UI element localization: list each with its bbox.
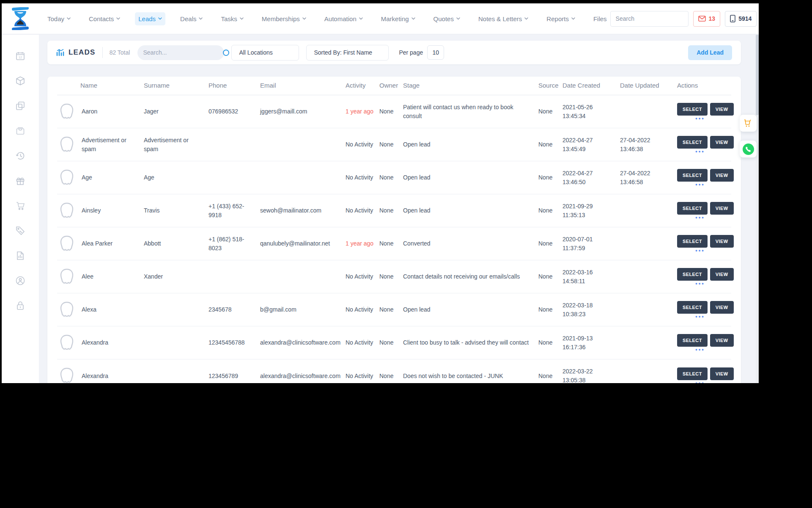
lead-activity: No Activity (346, 173, 379, 182)
lead-email: alexandra@clinicsoftware.com (260, 372, 346, 381)
col-header-email: Email (260, 81, 346, 91)
sidebar-account-icon[interactable] (15, 276, 25, 286)
view-button[interactable]: VIEW (710, 367, 734, 380)
nav-deals[interactable]: Deals (177, 12, 206, 25)
select-button[interactable]: SELECT (677, 202, 708, 215)
sort-filter-label: Sorted By: First Name (314, 49, 372, 56)
scrollbar[interactable] (756, 3, 759, 383)
global-search-input[interactable] (611, 15, 689, 22)
table-row: Age Age No Activity None Open lead None … (57, 161, 731, 194)
location-filter[interactable]: All Locations (231, 45, 299, 61)
lead-name[interactable]: Alexa (82, 305, 96, 314)
nav-memberships[interactable]: Memberships (258, 12, 310, 25)
calls-badge[interactable]: 5914 (725, 11, 757, 27)
lead-activity: No Activity (346, 140, 379, 149)
more-actions-button[interactable]: ••• (677, 348, 723, 351)
lead-source: None (538, 338, 562, 347)
lead-avatar (57, 267, 77, 287)
nav-marketing[interactable]: Marketing (378, 12, 419, 25)
view-button[interactable]: VIEW (710, 334, 734, 347)
leads-search-input[interactable] (143, 49, 219, 56)
select-button[interactable]: SELECT (677, 334, 708, 347)
sidebar-package-icon[interactable] (15, 76, 25, 86)
nav-reports[interactable]: Reports (543, 12, 579, 25)
lead-name[interactable]: Advertisement or spam (82, 136, 139, 154)
nav-files-label: Files (593, 15, 607, 22)
more-actions-button[interactable]: ••• (677, 315, 723, 318)
select-button[interactable]: SELECT (677, 235, 708, 248)
view-button[interactable]: VIEW (710, 301, 734, 314)
sidebar-history-icon[interactable] (15, 151, 25, 161)
more-actions-button[interactable]: ••• (677, 381, 723, 384)
lead-name[interactable]: Ainsley (82, 206, 101, 215)
view-button[interactable]: VIEW (710, 169, 734, 182)
sidebar-report-icon[interactable] (15, 251, 25, 261)
sidebar-copy-icon[interactable] (15, 101, 25, 111)
lead-email: alexandra@clinicsoftware.com (260, 338, 346, 347)
sidebar-cart-icon[interactable] (15, 201, 25, 211)
floating-whatsapp-button[interactable] (740, 141, 757, 157)
sidebar-gift-icon[interactable] (15, 176, 25, 186)
table-row: Alee Xander No Activity None Contact det… (57, 260, 731, 293)
lead-name[interactable]: Alexandra (82, 372, 108, 381)
more-actions-button[interactable]: ••• (677, 183, 723, 186)
select-button[interactable]: SELECT (677, 301, 708, 314)
floating-cart-button[interactable] (740, 115, 757, 132)
lead-surname: Advertisement or spam (144, 136, 208, 154)
col-header-actions: Actions (677, 81, 731, 91)
lead-name[interactable]: Alee (82, 272, 93, 281)
global-search (610, 11, 689, 27)
lead-name[interactable]: Alea Parker (82, 239, 112, 248)
nav-files[interactable]: Files (590, 12, 610, 25)
view-button[interactable]: VIEW (710, 136, 734, 149)
select-button[interactable]: SELECT (677, 103, 708, 116)
lead-activity: No Activity (346, 206, 379, 215)
add-lead-button[interactable]: Add Lead (688, 45, 732, 60)
nav-leads[interactable]: Leads (135, 12, 165, 25)
nav-automation[interactable]: Automation (321, 12, 366, 25)
nav-quotes[interactable]: Quotes (430, 12, 464, 25)
select-button[interactable]: SELECT (677, 367, 708, 380)
sidebar-price-tag-icon[interactable] (15, 226, 25, 236)
select-button[interactable]: SELECT (677, 268, 708, 281)
more-actions-button[interactable]: ••• (677, 249, 723, 252)
more-actions-button[interactable]: ••• (677, 150, 723, 153)
sidebar-lock-icon[interactable] (15, 301, 25, 311)
select-button[interactable]: SELECT (677, 169, 708, 182)
nav-today[interactable]: Today (44, 12, 74, 25)
nav-notes-letters-label: Notes & Letters (478, 15, 522, 22)
scrollbar-thumb[interactable] (756, 35, 759, 115)
select-button[interactable]: SELECT (677, 136, 708, 149)
search-ring-icon[interactable] (223, 50, 229, 56)
lead-owner: None (379, 239, 403, 248)
lead-email: qanulubely@mailinator.net (260, 239, 346, 248)
cart-icon (743, 118, 753, 128)
per-page-label: Per page (399, 49, 423, 56)
brand-logo[interactable] (2, 7, 39, 30)
more-actions-button[interactable]: ••• (677, 216, 723, 219)
lead-avatar (57, 102, 77, 121)
lead-name[interactable]: Age (82, 173, 92, 182)
view-button[interactable]: VIEW (710, 235, 734, 248)
view-button[interactable]: VIEW (710, 202, 734, 215)
view-button[interactable]: VIEW (710, 103, 734, 116)
nav-today-label: Today (47, 15, 64, 22)
lead-activity: No Activity (346, 272, 379, 281)
lead-name[interactable]: Alexandra (82, 338, 108, 347)
view-button[interactable]: VIEW (710, 268, 734, 281)
nav-tasks[interactable]: Tasks (217, 12, 247, 25)
mail-notifications-badge[interactable]: 13 (693, 11, 721, 27)
lead-name[interactable]: Aaron (82, 107, 97, 116)
nav-notes-letters[interactable]: Notes & Letters (475, 12, 532, 25)
more-actions-button[interactable]: ••• (677, 117, 723, 120)
sort-filter[interactable]: Sorted By: First Name (306, 45, 389, 61)
sidebar-calendar-icon[interactable]: 12 (15, 51, 25, 61)
nav-contacts[interactable]: Contacts (85, 12, 123, 25)
more-actions-button[interactable]: ••• (677, 282, 723, 285)
page-title: LEADS (56, 48, 96, 57)
sidebar-shopping-bag-icon[interactable] (15, 126, 25, 136)
lead-avatar (57, 135, 77, 155)
leads-toolbar: LEADS 82 Total All Locations Sorted By: … (47, 41, 741, 64)
chevron-down-icon (199, 17, 203, 20)
per-page-input[interactable]: 10 (427, 45, 444, 60)
